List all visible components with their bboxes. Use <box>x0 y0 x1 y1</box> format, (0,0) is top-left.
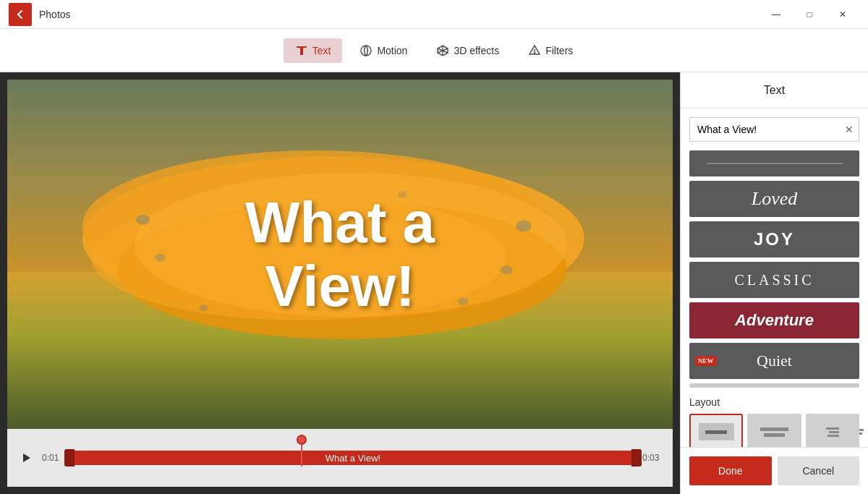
video-container: What a View! <box>7 80 673 429</box>
style-option-joy[interactable]: JOY <box>689 221 859 257</box>
svg-marker-23 <box>23 453 30 462</box>
track-handle-right[interactable] <box>631 449 642 467</box>
style-joy-label: JOY <box>754 229 795 250</box>
cancel-button[interactable]: Cancel <box>778 456 860 485</box>
scroll-indicator <box>689 383 859 388</box>
video-area: What a View! 0:01 <box>0 72 680 494</box>
layout-option-1[interactable] <box>689 414 743 447</box>
timeline: 0:01 What a View! 0:03 <box>7 429 673 487</box>
tab-motion[interactable]: Motion <box>348 38 419 63</box>
tab-filters[interactable]: Filters <box>516 38 584 63</box>
track-handle-left[interactable] <box>64 449 75 467</box>
style-loved-label: Loved <box>752 188 798 210</box>
panel-body: ✕ Loved JOY CLASSIC Adventure NEW <box>681 108 868 447</box>
window-controls: — □ ✕ <box>760 3 859 26</box>
time-start: 0:01 <box>42 453 64 463</box>
app-title: Photos <box>39 9 760 20</box>
tab-text[interactable]: Text <box>284 38 343 63</box>
panel-footer: Done Cancel <box>681 447 868 494</box>
style-option-adventure[interactable]: Adventure <box>689 302 859 338</box>
style-option-classic[interactable]: CLASSIC <box>689 262 859 298</box>
style-option-quiet[interactable]: NEW Quiet <box>689 343 859 379</box>
style-option-none[interactable] <box>689 150 859 176</box>
video-text-line2: View! <box>265 254 415 318</box>
style-option-loved[interactable]: Loved <box>689 181 859 217</box>
tab-filters-label: Filters <box>545 45 573 56</box>
style-quiet-label: Quiet <box>757 352 792 370</box>
tab-3d-effects-label: 3D effects <box>454 45 499 56</box>
panel-title: Text <box>764 84 785 97</box>
clear-button[interactable]: ✕ <box>845 124 854 135</box>
timeline-top: 0:01 What a View! 0:03 <box>16 448 664 468</box>
tab-text-label: Text <box>312 45 331 56</box>
video-text-overlay: What a View! <box>74 191 606 318</box>
text-input-container: ✕ <box>689 117 859 142</box>
video-background: What a View! <box>7 80 673 429</box>
timeline-track[interactable]: What a View! <box>69 448 637 468</box>
track-label: What a View! <box>326 453 380 464</box>
scrubber-line <box>301 445 302 467</box>
layout-title: Layout <box>689 396 859 408</box>
track-bar[interactable]: What a View! <box>69 451 637 465</box>
text-input[interactable] <box>689 117 859 142</box>
right-panel: Text ✕ Loved JOY CLASSIC <box>680 72 868 494</box>
time-end: 0:03 <box>642 453 664 463</box>
new-badge: NEW <box>695 356 717 366</box>
panel-header: Text <box>681 72 868 108</box>
tab-3d-effects[interactable]: 3D effects <box>425 38 511 63</box>
svg-point-9 <box>534 52 535 54</box>
close-button[interactable]: ✕ <box>826 3 859 26</box>
play-button[interactable] <box>16 448 36 468</box>
track-scrubber[interactable] <box>297 435 307 467</box>
svg-rect-1 <box>300 46 303 55</box>
style-classic-label: CLASSIC <box>734 272 814 289</box>
scrubber-circle <box>297 435 307 445</box>
done-button[interactable]: Done <box>689 456 772 485</box>
layout-option-2[interactable] <box>747 414 801 447</box>
style-adventure-label: Adventure <box>735 311 814 330</box>
maximize-button[interactable]: □ <box>793 3 826 26</box>
layout-grid <box>689 414 859 447</box>
toolbar: Text Motion 3D effects Filters <box>0 29 868 72</box>
layout-option-3[interactable] <box>806 414 859 447</box>
back-button[interactable] <box>9 3 32 26</box>
svg-point-2 <box>361 46 371 56</box>
video-text-line1: What a <box>245 190 435 255</box>
titlebar: Photos — □ ✕ <box>0 0 868 29</box>
main-content: What a View! 0:01 <box>0 72 868 494</box>
tab-motion-label: Motion <box>377 45 407 56</box>
minimize-button[interactable]: — <box>760 3 793 26</box>
